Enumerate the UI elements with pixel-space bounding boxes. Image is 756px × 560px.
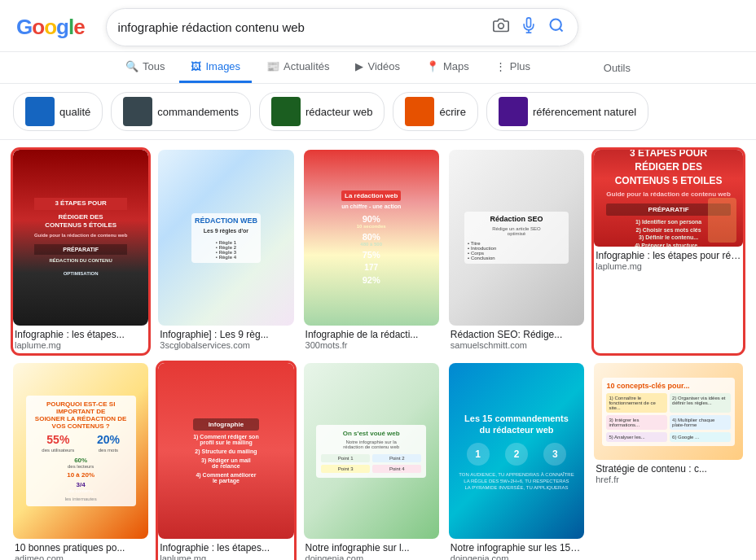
tab-plus-label: Plus	[510, 60, 530, 72]
tab-tous[interactable]: 🔍 Tous	[114, 52, 176, 83]
filter-chips: qualité commandements rédacteur web écri…	[0, 84, 756, 140]
image-thumb-1: 3 ÉTAPES POUR RÉDIGER DES CONTENUS 5 ÉTO…	[13, 150, 148, 326]
image-caption-6: 10 bonnes pratiques po...	[15, 542, 147, 553]
image-thumb-7: Infographie 1) Comment rédiger sonprofil…	[158, 363, 293, 539]
image-source-1: laplume.mg	[15, 340, 147, 350]
list-item[interactable]: On s'est voué web Notre infographie sur …	[304, 363, 439, 560]
image-thumb-10: 10 concepts-clés pour... 1) Connaître le…	[594, 363, 743, 460]
chip-qualite[interactable]: qualité	[13, 92, 103, 131]
tab-plus[interactable]: ⋮ Plus	[484, 52, 542, 83]
search-bar	[106, 8, 578, 46]
chip-ecrire[interactable]: écrire	[393, 92, 478, 131]
camera-icon[interactable]	[491, 15, 511, 39]
chip-commandements[interactable]: commandements	[111, 92, 251, 131]
chip-referencement[interactable]: référencement naturel	[486, 92, 648, 131]
image-source-6: adimeo.com	[15, 553, 147, 560]
chip-thumb-qualite	[25, 97, 55, 126]
image-source-9: doingenia.com	[451, 553, 582, 560]
chip-thumb-redacteur	[271, 97, 301, 126]
chip-commandements-label: commandements	[157, 106, 239, 118]
tab-tous-label: Tous	[143, 60, 165, 72]
google-logo: Google	[16, 15, 85, 40]
list-item[interactable]: 10 concepts-clés pour... 1) Connaître le…	[594, 363, 743, 560]
image-caption-10: Stratégie de contenu : c...	[596, 463, 741, 475]
svg-point-0	[498, 24, 503, 29]
image-source-4: samuelschmitt.com	[451, 340, 582, 350]
image-source-7: laplume.mg	[160, 553, 292, 560]
tab-maps-label: Maps	[443, 60, 469, 72]
chip-qualite-label: qualité	[59, 106, 90, 118]
chip-thumb-referencement	[499, 97, 528, 126]
map-icon: 📍	[426, 60, 439, 72]
chip-redacteur-label: rédacteur web	[305, 106, 372, 118]
search-icon: 🔍	[125, 60, 138, 72]
image-caption-5: Infographie : les étapes pour rédiger u.…	[596, 250, 741, 261]
image-source-5: laplume.mg	[596, 261, 741, 271]
chip-thumb-commandements	[123, 97, 152, 126]
list-item[interactable]: Rédaction SEO Rédige un article SEOoptim…	[449, 150, 584, 353]
tab-videos-label: Vidéos	[367, 60, 400, 72]
image-caption-7: Infographie : les étapes...	[160, 542, 292, 553]
outils-button[interactable]: Outils	[592, 54, 642, 82]
image-source-10: href.fr	[596, 475, 741, 484]
list-item[interactable]: La rédaction web un chiffre - une action…	[304, 150, 439, 353]
image-thumb-4: Rédaction SEO Rédige un article SEOoptim…	[449, 150, 584, 326]
search-submit-icon[interactable]	[547, 15, 566, 39]
list-item[interactable]: 3 ÉTAPES POUR RÉDIGER DES CONTENUS 5 ÉTO…	[13, 150, 148, 353]
header: Google	[0, 0, 756, 52]
microphone-icon[interactable]	[519, 15, 538, 39]
image-caption-1: Infographie : les étapes...	[15, 329, 147, 340]
image-grid-row1: 3 ÉTAPES POUR RÉDIGER DES CONTENUS 5 ÉTO…	[0, 140, 756, 363]
tab-maps[interactable]: 📍 Maps	[415, 52, 481, 83]
list-item[interactable]: Les 15 commandements du rédacteur web 1 …	[449, 363, 584, 560]
image-thumb-5: 3 ÉTAPES POUR RÉDIGER DES CONTENUS 5 ETO…	[594, 150, 743, 247]
chip-redacteur[interactable]: rédacteur web	[259, 92, 385, 131]
tab-actualites-label: Actualités	[284, 60, 329, 72]
news-icon: 📰	[266, 60, 279, 72]
chip-referencement-label: référencement naturel	[533, 106, 636, 118]
tab-videos[interactable]: ▶ Vidéos	[344, 52, 411, 83]
svg-line-4	[559, 28, 562, 32]
image-thumb-9: Les 15 commandements du rédacteur web 1 …	[449, 363, 584, 539]
image-thumb-3: La rédaction web un chiffre - une action…	[304, 150, 439, 326]
list-item[interactable]: Infographie 1) Comment rédiger sonprofil…	[158, 363, 293, 560]
image-caption-3: Infographie de la rédacti...	[305, 329, 437, 340]
list-item[interactable]: 3 ÉTAPES POUR RÉDIGER DES CONTENUS 5 ETO…	[594, 150, 743, 353]
image-source-3: 300mots.fr	[305, 340, 437, 350]
nav-tabs: 🔍 Tous 🖼 Images 📰 Actualités ▶ Vidéos 📍 …	[0, 52, 756, 84]
search-input[interactable]	[118, 20, 483, 34]
image-grid-row2: POURQUOI EST-CE SI IMPORTANT DESOIGNER L…	[0, 363, 756, 560]
image-caption-8: Notre infographie sur l...	[305, 542, 437, 553]
search-icons	[491, 15, 566, 39]
svg-point-3	[550, 20, 560, 30]
images-icon: 🖼	[191, 60, 201, 72]
video-icon: ▶	[355, 60, 363, 72]
image-caption-4: Rédaction SEO: Rédige...	[451, 329, 582, 340]
image-thumb-6: POURQUOI EST-CE SI IMPORTANT DESOIGNER L…	[13, 363, 148, 539]
image-source-8: doingenia.com	[305, 553, 437, 560]
list-item[interactable]: POURQUOI EST-CE SI IMPORTANT DESOIGNER L…	[13, 363, 148, 560]
tab-actualites[interactable]: 📰 Actualités	[255, 52, 341, 83]
more-icon: ⋮	[495, 60, 506, 72]
chip-thumb-ecrire	[405, 97, 434, 126]
image-thumb-2: RÉDACTION WEB Les 9 règles d'or • Règle …	[158, 150, 293, 326]
image-source-2: 3scglobalservices.com	[160, 340, 292, 350]
list-item[interactable]: RÉDACTION WEB Les 9 règles d'or • Règle …	[158, 150, 293, 353]
tab-images[interactable]: 🖼 Images	[179, 52, 252, 83]
tab-images-label: Images	[205, 60, 240, 72]
chip-ecrire-label: écrire	[439, 106, 466, 118]
image-caption-9: Notre infographie sur les 15 commandemen…	[451, 542, 582, 553]
image-thumb-8: On s'est voué web Notre infographie sur …	[304, 363, 439, 539]
image-caption-2: Infographie] : Les 9 règ...	[160, 329, 292, 340]
